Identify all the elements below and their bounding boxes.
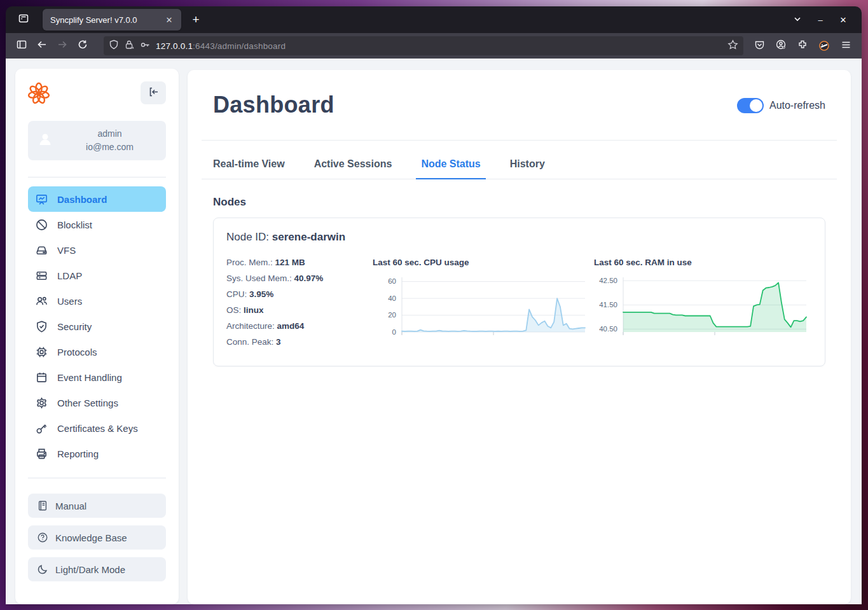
manual-button[interactable]: Manual [28,494,166,518]
user-name: admin [61,127,158,141]
manual-label: Manual [55,501,86,511]
sidebar-item-label: Security [57,321,92,332]
tab-active-sessions[interactable]: Active Sessions [314,158,392,179]
svg-text:20: 20 [388,311,396,319]
sidebar-item-ldap[interactable]: LDAP [28,263,166,288]
dashboard-tabs: Real-time View Active Sessions Node Stat… [202,141,837,179]
node-id-line: Node ID: serene-darwin [226,231,812,244]
moon-icon [37,564,48,575]
sidebar-item-certificates-keys[interactable]: Certificates & Keys [28,415,166,441]
light-dark-mode-label: Light/Dark Mode [55,564,125,575]
sidebar-item-vfs[interactable]: VFS [28,237,166,263]
user-avatar-icon [36,130,55,151]
question-circle-icon [37,532,48,543]
plus-icon: + [192,13,199,27]
account-button[interactable] [771,37,790,55]
sidebar-item-blocklist[interactable]: Blocklist [28,212,166,237]
auto-refresh-toggle[interactable] [737,98,764,113]
main-panel: Dashboard Auto-refresh Real-time View Ac… [188,70,851,604]
printer-icon [34,447,48,461]
sidebar-item-label: VFS [57,245,76,256]
blocklist-icon [34,218,48,232]
sidebar-collapse-button[interactable] [141,81,166,104]
sidebar-item-protocols[interactable]: Protocols [28,339,166,364]
svg-text:42.50: 42.50 [599,277,617,284]
sidebar-nav: Dashboard Blocklist VFS [28,186,166,466]
tab-close-icon[interactable]: ✕ [162,13,176,27]
privacy-badger-extension-icon[interactable] [815,37,834,55]
insecure-lock-warning-icon[interactable] [124,39,135,53]
sidebar-item-reporting[interactable]: Reporting [28,441,166,466]
browser-tab[interactable]: Syncplify Server! v7.0.0 ✕ [43,9,181,31]
ram-chart-canvas: 40.5041.5042.50 [594,271,810,346]
back-button[interactable] [32,37,52,55]
extensions-button[interactable] [793,37,812,55]
node-id-value: serene-darwin [272,231,345,243]
url-bar[interactable]: 127.0.0.1:6443/admin/dashboard [104,36,743,55]
bookmark-star-icon[interactable] [727,39,738,53]
svg-text:41.50: 41.50 [599,301,617,308]
collapse-sidebar-icon [148,86,160,101]
stat-os: OS: linux [226,305,373,315]
knowledge-base-button[interactable]: Knowledge Base [28,525,166,550]
url-text[interactable]: 127.0.0.1:6443/admin/dashboard [156,41,722,51]
book-icon [37,500,48,511]
hard-drive-icon [34,243,48,257]
new-tab-button[interactable]: + [186,10,205,29]
svg-text:60: 60 [388,277,396,285]
stat-cpu: CPU: 3.95% [226,289,373,299]
chevron-down-icon [793,15,802,25]
account-icon [775,39,787,53]
sidebar-item-users[interactable]: Users [28,288,166,314]
ram-chart-title: Last 60 sec. RAM in use [594,258,815,267]
sidebar-item-label: Dashboard [57,194,107,205]
stat-sys-used-mem: Sys. Used Mem.: 40.97% [226,274,373,283]
browser-window: Syncplify Server! v7.0.0 ✕ + – ✕ [6,6,862,604]
firefox-view-button[interactable] [13,10,34,29]
sidebar-item-label: Blocklist [57,219,92,230]
forward-button[interactable] [53,37,72,55]
sidebar-item-label: Protocols [57,347,97,357]
node-card: Node ID: serene-darwin Proc. Mem.: 121 M… [213,218,825,366]
sidebar-item-dashboard[interactable]: Dashboard [28,186,166,212]
pocket-icon [754,39,765,53]
ram-chart: Last 60 sec. RAM in use 40.5041.5042.50 [594,258,815,347]
reload-icon [78,39,88,52]
sidebar-item-security[interactable]: Security [28,314,166,339]
sidebar: admin io@me.com Dashboard Blocklist [15,69,179,604]
url-path: :6443/admin/dashboard [193,41,286,51]
svg-text:40.50: 40.50 [599,325,617,333]
pocket-button[interactable] [750,37,769,55]
menu-button[interactable] [836,37,855,55]
hamburger-icon [841,39,851,53]
gear-icon [34,396,48,410]
sidebar-item-event-handling[interactable]: Event Handling [28,364,166,390]
shield-check-icon [34,319,48,333]
tab-real-time-view[interactable]: Real-time View [213,158,285,179]
list-all-tabs-button[interactable] [788,11,807,29]
node-id-label: Node ID: [226,231,269,243]
node-stats: Proc. Mem.: 121 MB Sys. Used Mem.: 40.97… [226,258,373,347]
reload-button[interactable] [73,37,92,55]
sidebar-item-other-settings[interactable]: Other Settings [28,390,166,415]
saved-password-key-icon[interactable] [140,39,151,53]
auto-refresh-label: Auto-refresh [769,100,825,111]
sidebar-item-label: Users [57,296,82,307]
back-arrow-icon [36,39,48,53]
page-title: Dashboard [213,92,334,118]
light-dark-mode-button[interactable]: Light/Dark Mode [28,557,166,581]
syncplify-logo [28,81,50,108]
tab-history[interactable]: History [510,158,545,179]
browser-tab-title: Syncplify Server! v7.0.0 [50,15,162,25]
browser-toolbar: 127.0.0.1:6443/admin/dashboard [6,33,862,59]
window-close-button[interactable]: ✕ [834,11,853,29]
sidebar-toggle-button[interactable] [12,37,31,55]
tab-node-status[interactable]: Node Status [421,158,480,179]
browser-tab-bar: Syncplify Server! v7.0.0 ✕ + – ✕ [6,6,862,33]
sidebar-divider-bottom [28,478,166,478]
cpu-chip-icon [34,345,48,359]
user-card[interactable]: admin io@me.com [28,121,166,160]
key-icon [34,421,48,435]
window-minimize-button[interactable]: – [811,11,830,29]
tracking-protection-shield-icon[interactable] [109,39,119,52]
